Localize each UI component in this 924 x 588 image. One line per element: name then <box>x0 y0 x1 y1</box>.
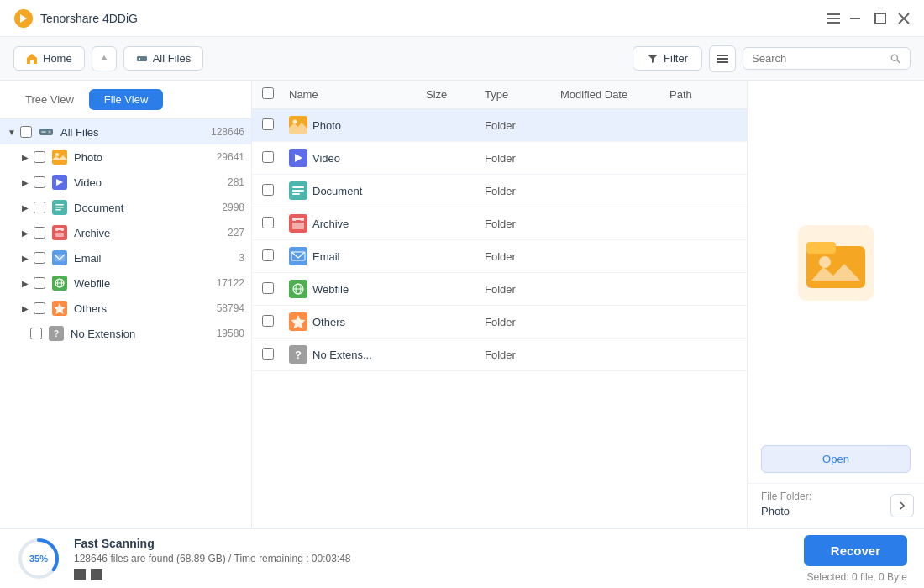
all-files-path-button[interactable]: All Files <box>123 46 204 71</box>
row-doc-type: Folder <box>485 185 560 197</box>
photo-checkbox[interactable] <box>34 151 45 163</box>
allfiles-checkbox[interactable] <box>20 126 32 138</box>
search-input[interactable] <box>752 52 885 65</box>
row-doc-name: Document <box>312 185 426 197</box>
svg-rect-24 <box>55 209 61 211</box>
list-icon <box>717 53 728 65</box>
row-photo-checkbox[interactable] <box>262 118 274 130</box>
table-row[interactable]: Photo Folder <box>252 109 747 142</box>
col-type-header: Type <box>485 88 560 101</box>
sidebar-item-allfiles[interactable]: ▼ All Files 128646 <box>0 119 251 144</box>
noext-label: No Extension <box>71 328 213 340</box>
document-file-icon <box>289 181 307 200</box>
row-video-type: Folder <box>485 152 560 165</box>
preview-panel: Open File Folder: Photo <box>748 81 924 528</box>
col-path-header: Path <box>669 88 737 101</box>
row-archive-type: Folder <box>485 218 560 230</box>
maximize-icon[interactable] <box>874 12 887 25</box>
row-archive-name: Archive <box>312 218 426 230</box>
list-view-button[interactable] <box>709 45 736 72</box>
doc-checkbox[interactable] <box>34 202 45 213</box>
row-doc-checkbox[interactable] <box>262 184 274 196</box>
sidebar-item-video[interactable]: ▶ Video 281 <box>0 170 251 195</box>
row-noext-name: No Extens... <box>312 349 426 361</box>
preview-folder-icon <box>798 225 874 301</box>
noext-checkbox[interactable] <box>30 328 42 339</box>
others-icon <box>52 301 67 316</box>
sidebar-item-noext[interactable]: ? No Extension 19580 <box>0 321 251 346</box>
others-count: 58794 <box>217 302 244 314</box>
video-label: Video <box>74 176 224 189</box>
svg-rect-12 <box>717 61 728 63</box>
recover-button[interactable]: Recover <box>804 535 907 566</box>
sidebar-item-photo[interactable]: ▶ Photo 29641 <box>0 144 251 170</box>
video-icon <box>52 175 67 190</box>
sidebar-item-webfile[interactable]: ▶ Webfile 17122 <box>0 270 251 296</box>
minimize-icon[interactable] <box>850 12 864 25</box>
sidebar-item-archive[interactable]: ▶ Archive 227 <box>0 220 251 245</box>
svg-rect-27 <box>55 233 64 237</box>
path-label: All Files <box>153 52 192 65</box>
archive-checkbox[interactable] <box>34 227 45 239</box>
up-icon <box>99 54 109 64</box>
row-noext-checkbox[interactable] <box>262 348 274 360</box>
row-others-checkbox[interactable] <box>262 315 274 327</box>
progress-pct: 35% <box>29 554 48 564</box>
row-others-type: Folder <box>485 316 560 328</box>
svg-rect-45 <box>292 193 300 195</box>
archive-file-icon <box>289 214 307 233</box>
table-row[interactable]: Others Folder <box>252 306 747 339</box>
col-date-header: Modified Date <box>560 88 669 101</box>
row-video-name: Video <box>312 152 426 165</box>
photo-label: Photo <box>74 151 213 164</box>
main-content: Tree View File View ▼ All Files 128646 ▶… <box>0 81 924 528</box>
sidebar-item-email[interactable]: ▶ Email 3 <box>0 245 251 270</box>
svg-point-63 <box>819 256 831 268</box>
svg-rect-9 <box>139 58 140 60</box>
filter-button[interactable]: Filter <box>633 46 702 71</box>
svg-rect-18 <box>52 150 67 165</box>
table-row[interactable]: Archive Folder <box>252 207 747 240</box>
email-checkbox[interactable] <box>34 252 45 264</box>
select-all-checkbox[interactable] <box>262 87 274 99</box>
web-checkbox[interactable] <box>34 277 45 289</box>
file-view-button[interactable]: File View <box>89 89 164 110</box>
search-icon <box>890 53 901 65</box>
menu-icon[interactable] <box>827 12 840 25</box>
webfile-label: Webfile <box>74 277 213 290</box>
sidebar-item-document[interactable]: ▶ Document 2998 <box>0 195 251 220</box>
table-row[interactable]: Email Folder <box>252 240 747 273</box>
sidebar-item-others[interactable]: ▶ Others 58794 <box>0 296 251 321</box>
svg-rect-4 <box>850 18 860 19</box>
tree-view-button[interactable]: Tree View <box>10 89 89 110</box>
table-row[interactable]: Webfile Folder <box>252 273 747 306</box>
close-icon[interactable] <box>897 12 911 25</box>
svg-text:?: ? <box>295 349 302 361</box>
row-email-checkbox[interactable] <box>262 249 274 261</box>
home-button[interactable]: Home <box>13 46 85 71</box>
table-row[interactable]: Document Folder <box>252 175 747 207</box>
row-web-name: Webfile <box>312 283 426 296</box>
preview-expand-button[interactable] <box>890 494 914 517</box>
bottombar: 35% Fast Scanning 128646 files are found… <box>0 528 924 588</box>
chevron-right-icon <box>897 501 907 511</box>
row-web-checkbox[interactable] <box>262 282 274 294</box>
open-button[interactable]: Open <box>761 445 911 473</box>
svg-rect-62 <box>806 242 836 254</box>
filter-label: Filter <box>664 52 688 65</box>
svg-rect-28 <box>58 230 61 231</box>
search-box[interactable] <box>743 47 911 70</box>
table-row[interactable]: ? No Extens... Folder <box>252 339 747 371</box>
row-archive-checkbox[interactable] <box>262 217 274 228</box>
svg-rect-8 <box>137 56 147 61</box>
photo-icon <box>52 150 67 165</box>
noext-file-icon: ? <box>289 345 307 364</box>
pause-button[interactable] <box>91 569 102 580</box>
stop-button[interactable] <box>74 569 86 580</box>
table-row[interactable]: Video Folder <box>252 142 747 175</box>
row-video-checkbox[interactable] <box>262 151 274 163</box>
scan-controls <box>74 569 790 580</box>
up-button[interactable] <box>92 46 117 71</box>
others-checkbox[interactable] <box>34 302 45 314</box>
video-checkbox[interactable] <box>34 176 45 188</box>
